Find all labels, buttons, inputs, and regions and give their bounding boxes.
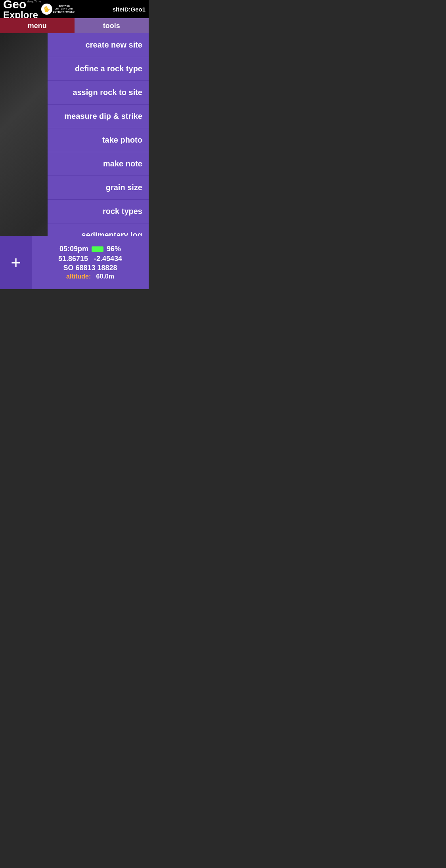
latitude: 51.86715 (58, 255, 88, 263)
lottery-icon: 🖐 (41, 4, 52, 15)
battery-icon (92, 246, 103, 252)
longitude: -2.45434 (94, 255, 122, 263)
altitude-value: 60.0m (96, 273, 114, 280)
menu-item-measure-dip-strike[interactable]: measure dip & strike (48, 105, 149, 128)
app-header: Geo deepTime Explore 🖐 heritagelottery f… (0, 0, 149, 18)
logo-geo: Geo (3, 0, 26, 10)
site-id: siteID:Geo1 (113, 6, 145, 13)
logo-deeptime: deepTime (26, 0, 41, 3)
menu-panel: create new sitedefine a rock typeassign … (48, 33, 149, 271)
lottery-text: heritagelottery fundLOTTERY FUNDED (53, 5, 75, 13)
coordinates: 51.86715 -2.45434 (58, 255, 122, 263)
menu-item-create-new-site[interactable]: create new site (48, 33, 149, 57)
battery-percent: 96% (107, 245, 121, 253)
menu-item-make-note[interactable]: make note (48, 152, 149, 176)
tools-button[interactable]: tools (75, 18, 149, 33)
time-battery-row: 05:09pm 96% (59, 245, 121, 253)
app-logo: Geo deepTime Explore (3, 0, 41, 20)
add-button[interactable]: + (0, 236, 32, 289)
altitude-label: altitude: (66, 273, 91, 280)
altitude-row: altitude: 60.0m (66, 273, 114, 280)
menu-item-define-rock-type[interactable]: define a rock type (48, 57, 149, 81)
menu-item-take-photo[interactable]: take photo (48, 128, 149, 152)
status-info: 05:09pm 96% 51.86715 -2.45434 SO 68813 1… (32, 236, 149, 289)
menu-item-grain-size[interactable]: grain size (48, 176, 149, 200)
menu-item-assign-rock-to-site[interactable]: assign rock to site (48, 81, 149, 105)
battery-bar (92, 246, 103, 252)
lottery-badge: 🖐 heritagelottery fundLOTTERY FUNDED (41, 4, 75, 15)
current-time: 05:09pm (59, 245, 88, 253)
menu-item-rock-types[interactable]: rock types (48, 200, 149, 223)
status-bar: + 05:09pm 96% 51.86715 -2.45434 SO 68813… (0, 236, 149, 289)
nav-buttons: menu tools (0, 18, 149, 33)
menu-button[interactable]: menu (0, 18, 75, 33)
grid-reference: SO 68813 18828 (63, 264, 117, 272)
